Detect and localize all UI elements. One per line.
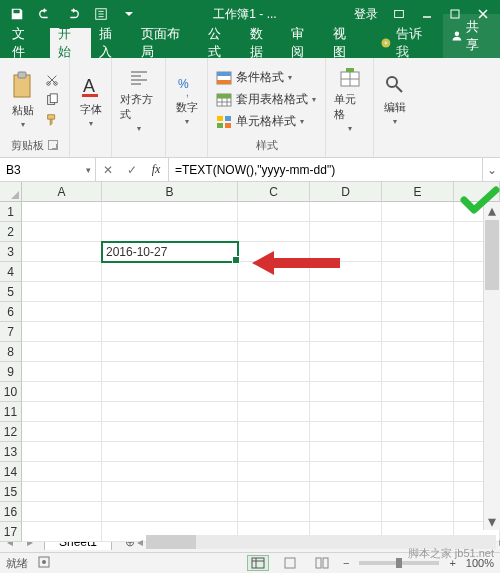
page-layout-view-icon[interactable] — [279, 555, 301, 571]
tell-me[interactable]: 告诉我 — [372, 28, 442, 58]
cells-group-button[interactable]: 单元格▾ — [332, 64, 367, 135]
scroll-up-icon[interactable]: ▴ — [484, 202, 500, 219]
cell[interactable] — [102, 342, 238, 362]
cell[interactable] — [102, 442, 238, 462]
zoom-handle[interactable] — [396, 558, 402, 568]
cell[interactable] — [310, 322, 382, 342]
undo-icon[interactable] — [32, 2, 58, 26]
col-header-overflow[interactable] — [454, 182, 500, 202]
alignment-group-button[interactable]: 对齐方式▾ — [118, 64, 159, 135]
zoom-in-icon[interactable]: + — [449, 557, 455, 569]
tab-insert[interactable]: 插入 — [91, 28, 133, 58]
format-as-table-button[interactable]: 套用表格格式 ▾ — [214, 90, 318, 109]
cell[interactable] — [238, 502, 310, 522]
cell[interactable] — [238, 302, 310, 322]
cell[interactable] — [310, 362, 382, 382]
row-header[interactable]: 13 — [0, 442, 22, 462]
zoom-out-icon[interactable]: − — [343, 557, 349, 569]
cell[interactable] — [22, 282, 102, 302]
cell[interactable] — [22, 242, 102, 262]
cell[interactable] — [22, 402, 102, 422]
macro-record-icon[interactable] — [38, 556, 50, 570]
tab-review[interactable]: 审阅 — [283, 28, 325, 58]
cell[interactable] — [238, 482, 310, 502]
cell[interactable] — [310, 342, 382, 362]
cell[interactable] — [102, 482, 238, 502]
row-header[interactable]: 6 — [0, 302, 22, 322]
cell[interactable] — [238, 322, 310, 342]
cell[interactable] — [102, 382, 238, 402]
ribbon-display-icon[interactable] — [386, 2, 412, 26]
cut-icon[interactable] — [42, 71, 62, 89]
col-header-c[interactable]: C — [238, 182, 310, 202]
row-header[interactable]: 2 — [0, 222, 22, 242]
cell-styles-button[interactable]: 单元格样式 ▾ — [214, 112, 306, 131]
row-header[interactable]: 11 — [0, 402, 22, 422]
cell[interactable] — [22, 362, 102, 382]
col-header-a[interactable]: A — [22, 182, 102, 202]
conditional-formatting-button[interactable]: 条件格式 ▾ — [214, 68, 294, 87]
cell[interactable] — [382, 282, 454, 302]
row-header[interactable]: 14 — [0, 462, 22, 482]
row-header[interactable]: 3 — [0, 242, 22, 262]
cell[interactable] — [238, 362, 310, 382]
cell[interactable] — [238, 222, 310, 242]
cell[interactable] — [22, 382, 102, 402]
cell[interactable] — [310, 482, 382, 502]
tab-formulas[interactable]: 公式 — [200, 28, 242, 58]
scroll-thumb[interactable] — [485, 220, 499, 290]
cell[interactable] — [382, 382, 454, 402]
cell[interactable] — [310, 382, 382, 402]
select-all-corner[interactable] — [0, 182, 22, 202]
row-header[interactable]: 16 — [0, 502, 22, 522]
cell[interactable] — [22, 222, 102, 242]
name-box-dropdown-icon[interactable]: ▾ — [86, 165, 91, 175]
cell[interactable] — [382, 402, 454, 422]
scroll-down-icon[interactable]: ▾ — [484, 513, 500, 530]
cell[interactable] — [102, 462, 238, 482]
save-icon[interactable] — [4, 2, 30, 26]
cell[interactable] — [310, 442, 382, 462]
cell[interactable] — [22, 422, 102, 442]
cell[interactable] — [382, 262, 454, 282]
cell[interactable] — [238, 462, 310, 482]
enter-formula-icon[interactable]: ✓ — [120, 163, 144, 177]
row-header[interactable]: 4 — [0, 262, 22, 282]
cell[interactable] — [22, 442, 102, 462]
expand-formula-bar-icon[interactable]: ⌄ — [482, 158, 500, 181]
cell[interactable] — [102, 322, 238, 342]
cell[interactable] — [22, 322, 102, 342]
cell[interactable] — [238, 242, 310, 262]
cell[interactable] — [238, 282, 310, 302]
cell[interactable] — [22, 262, 102, 282]
row-header[interactable]: 8 — [0, 342, 22, 362]
share-button[interactable]: 共享 — [443, 14, 500, 58]
name-box[interactable]: B3▾ — [0, 158, 96, 181]
copy-icon[interactable] — [42, 91, 62, 109]
tab-data[interactable]: 数据 — [242, 28, 284, 58]
cell[interactable] — [238, 402, 310, 422]
cell[interactable] — [102, 282, 238, 302]
font-group-button[interactable]: A字体▾ — [78, 70, 104, 130]
cell[interactable] — [310, 242, 382, 262]
cell[interactable] — [382, 422, 454, 442]
tab-home[interactable]: 开始 — [50, 28, 92, 58]
zoom-level[interactable]: 100% — [466, 557, 494, 569]
row-header[interactable]: 10 — [0, 382, 22, 402]
cell[interactable] — [382, 342, 454, 362]
cell[interactable] — [238, 382, 310, 402]
cell[interactable] — [382, 202, 454, 222]
cell[interactable] — [238, 442, 310, 462]
cell[interactable] — [382, 442, 454, 462]
cell[interactable] — [102, 402, 238, 422]
cell[interactable] — [382, 222, 454, 242]
cell[interactable] — [102, 222, 238, 242]
touch-mode-icon[interactable] — [88, 2, 114, 26]
cell[interactable] — [238, 202, 310, 222]
login-button[interactable]: 登录 — [348, 6, 384, 23]
row-header[interactable]: 15 — [0, 482, 22, 502]
minimize-icon[interactable] — [414, 2, 440, 26]
cell[interactable] — [22, 202, 102, 222]
redo-icon[interactable] — [60, 2, 86, 26]
insert-function-icon[interactable]: fx — [144, 162, 168, 177]
